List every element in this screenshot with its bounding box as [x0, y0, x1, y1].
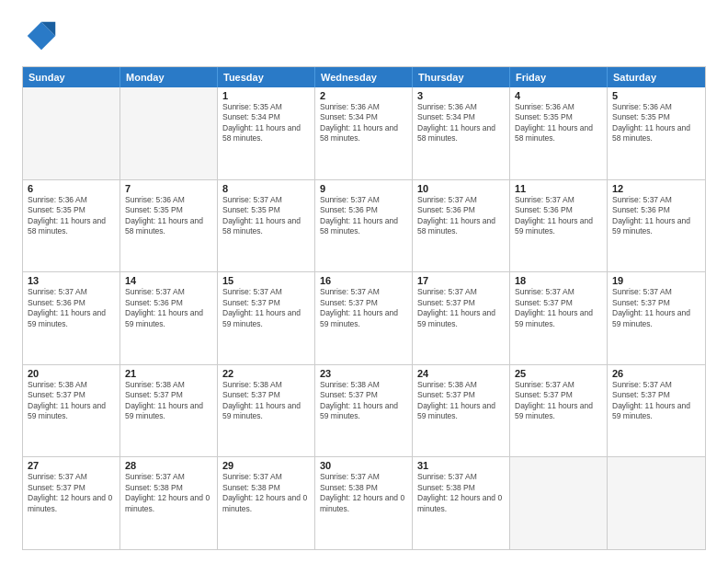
page: SundayMondayTuesdayWednesdayThursdayFrid…: [0, 0, 728, 563]
calendar-day-16: 16Sunrise: 5:37 AM Sunset: 5:37 PM Dayli…: [315, 272, 413, 364]
day-number: 1: [222, 90, 310, 101]
day-number: 10: [417, 183, 505, 194]
calendar-day-31: 31Sunrise: 5:37 AM Sunset: 5:38 PM Dayli…: [413, 457, 510, 549]
day-number: 20: [28, 368, 115, 379]
day-detail: Sunrise: 5:38 AM Sunset: 5:37 PM Dayligh…: [28, 380, 115, 422]
calendar-day-15: 15Sunrise: 5:37 AM Sunset: 5:37 PM Dayli…: [218, 272, 315, 364]
calendar-day-21: 21Sunrise: 5:38 AM Sunset: 5:37 PM Dayli…: [120, 365, 218, 457]
calendar-day-26: 26Sunrise: 5:37 AM Sunset: 5:37 PM Dayli…: [608, 365, 705, 457]
day-detail: Sunrise: 5:38 AM Sunset: 5:37 PM Dayligh…: [125, 380, 212, 422]
day-detail: Sunrise: 5:36 AM Sunset: 5:34 PM Dayligh…: [320, 102, 407, 144]
day-detail: Sunrise: 5:37 AM Sunset: 5:36 PM Dayligh…: [612, 195, 700, 237]
calendar-day-8: 8Sunrise: 5:37 AM Sunset: 5:35 PM Daylig…: [218, 180, 315, 272]
day-detail: Sunrise: 5:36 AM Sunset: 5:35 PM Dayligh…: [125, 195, 212, 237]
day-detail: Sunrise: 5:36 AM Sunset: 5:35 PM Dayligh…: [515, 102, 602, 144]
calendar-day-9: 9Sunrise: 5:37 AM Sunset: 5:36 PM Daylig…: [315, 180, 413, 272]
weekday-header-saturday: Saturday: [608, 67, 705, 87]
calendar-body: 1Sunrise: 5:35 AM Sunset: 5:34 PM Daylig…: [23, 87, 705, 549]
calendar-day-27: 27Sunrise: 5:37 AM Sunset: 5:37 PM Dayli…: [23, 457, 120, 549]
day-number: 4: [515, 90, 602, 101]
calendar-day-11: 11Sunrise: 5:37 AM Sunset: 5:36 PM Dayli…: [510, 180, 608, 272]
day-detail: Sunrise: 5:37 AM Sunset: 5:36 PM Dayligh…: [125, 287, 212, 329]
calendar-day-12: 12Sunrise: 5:37 AM Sunset: 5:36 PM Dayli…: [608, 180, 705, 272]
calendar-day-empty: [23, 87, 120, 179]
day-number: 8: [222, 183, 310, 194]
calendar-day-5: 5Sunrise: 5:36 AM Sunset: 5:35 PM Daylig…: [608, 87, 705, 179]
day-detail: Sunrise: 5:37 AM Sunset: 5:37 PM Dayligh…: [515, 380, 602, 422]
weekday-header-wednesday: Wednesday: [315, 67, 413, 87]
calendar-day-empty: [510, 457, 608, 549]
calendar-day-30: 30Sunrise: 5:37 AM Sunset: 5:38 PM Dayli…: [315, 457, 413, 549]
calendar-day-7: 7Sunrise: 5:36 AM Sunset: 5:35 PM Daylig…: [120, 180, 218, 272]
day-number: 13: [28, 275, 115, 286]
calendar-day-4: 4Sunrise: 5:36 AM Sunset: 5:35 PM Daylig…: [510, 87, 608, 179]
calendar-day-29: 29Sunrise: 5:37 AM Sunset: 5:38 PM Dayli…: [218, 457, 315, 549]
day-number: 25: [515, 368, 602, 379]
day-detail: Sunrise: 5:37 AM Sunset: 5:36 PM Dayligh…: [417, 195, 505, 237]
calendar-week-1: 1Sunrise: 5:35 AM Sunset: 5:34 PM Daylig…: [23, 87, 705, 179]
calendar-day-2: 2Sunrise: 5:36 AM Sunset: 5:34 PM Daylig…: [315, 87, 413, 179]
calendar-week-3: 13Sunrise: 5:37 AM Sunset: 5:36 PM Dayli…: [23, 271, 705, 364]
day-detail: Sunrise: 5:37 AM Sunset: 5:38 PM Dayligh…: [125, 472, 212, 514]
calendar-day-1: 1Sunrise: 5:35 AM Sunset: 5:34 PM Daylig…: [218, 87, 315, 179]
day-number: 12: [612, 183, 700, 194]
calendar-day-empty: [120, 87, 218, 179]
weekday-header-friday: Friday: [510, 67, 608, 87]
day-detail: Sunrise: 5:37 AM Sunset: 5:37 PM Dayligh…: [515, 287, 602, 329]
day-detail: Sunrise: 5:38 AM Sunset: 5:37 PM Dayligh…: [222, 380, 310, 422]
day-number: 3: [417, 90, 505, 101]
calendar-day-13: 13Sunrise: 5:37 AM Sunset: 5:36 PM Dayli…: [23, 272, 120, 364]
calendar-day-3: 3Sunrise: 5:36 AM Sunset: 5:34 PM Daylig…: [413, 87, 510, 179]
day-detail: Sunrise: 5:37 AM Sunset: 5:36 PM Dayligh…: [320, 195, 407, 237]
day-number: 30: [320, 460, 407, 471]
calendar-day-28: 28Sunrise: 5:37 AM Sunset: 5:38 PM Dayli…: [120, 457, 218, 549]
weekday-header-sunday: Sunday: [23, 67, 120, 87]
day-number: 11: [515, 183, 602, 194]
day-detail: Sunrise: 5:37 AM Sunset: 5:35 PM Dayligh…: [222, 195, 310, 237]
day-detail: Sunrise: 5:36 AM Sunset: 5:35 PM Dayligh…: [612, 102, 700, 144]
calendar-day-19: 19Sunrise: 5:37 AM Sunset: 5:37 PM Dayli…: [608, 272, 705, 364]
day-detail: Sunrise: 5:37 AM Sunset: 5:37 PM Dayligh…: [417, 287, 505, 329]
calendar-week-5: 27Sunrise: 5:37 AM Sunset: 5:37 PM Dayli…: [23, 456, 705, 549]
calendar-day-empty: [608, 457, 705, 549]
day-number: 27: [28, 460, 115, 471]
calendar-day-22: 22Sunrise: 5:38 AM Sunset: 5:37 PM Dayli…: [218, 365, 315, 457]
day-number: 31: [417, 460, 505, 471]
day-number: 9: [320, 183, 407, 194]
day-detail: Sunrise: 5:37 AM Sunset: 5:36 PM Dayligh…: [28, 287, 115, 329]
day-detail: Sunrise: 5:37 AM Sunset: 5:38 PM Dayligh…: [320, 472, 407, 514]
day-number: 16: [320, 275, 407, 286]
calendar-day-6: 6Sunrise: 5:36 AM Sunset: 5:35 PM Daylig…: [23, 180, 120, 272]
day-detail: Sunrise: 5:37 AM Sunset: 5:38 PM Dayligh…: [417, 472, 505, 514]
day-number: 18: [515, 275, 602, 286]
day-number: 21: [125, 368, 212, 379]
day-number: 2: [320, 90, 407, 101]
day-detail: Sunrise: 5:37 AM Sunset: 5:37 PM Dayligh…: [222, 287, 310, 329]
day-detail: Sunrise: 5:36 AM Sunset: 5:35 PM Dayligh…: [28, 195, 115, 237]
logo: [22, 18, 61, 57]
day-number: 19: [612, 275, 700, 286]
day-detail: Sunrise: 5:38 AM Sunset: 5:37 PM Dayligh…: [320, 380, 407, 422]
calendar-day-14: 14Sunrise: 5:37 AM Sunset: 5:36 PM Dayli…: [120, 272, 218, 364]
logo-icon: [22, 18, 61, 57]
header: [22, 18, 706, 57]
day-detail: Sunrise: 5:37 AM Sunset: 5:37 PM Dayligh…: [320, 287, 407, 329]
day-number: 15: [222, 275, 310, 286]
day-number: 23: [320, 368, 407, 379]
day-number: 22: [222, 368, 310, 379]
day-detail: Sunrise: 5:37 AM Sunset: 5:38 PM Dayligh…: [222, 472, 310, 514]
day-detail: Sunrise: 5:37 AM Sunset: 5:37 PM Dayligh…: [612, 287, 700, 329]
day-number: 28: [125, 460, 212, 471]
weekday-header-monday: Monday: [120, 67, 218, 87]
day-number: 6: [28, 183, 115, 194]
day-detail: Sunrise: 5:38 AM Sunset: 5:37 PM Dayligh…: [417, 380, 505, 422]
day-detail: Sunrise: 5:37 AM Sunset: 5:36 PM Dayligh…: [515, 195, 602, 237]
calendar-day-25: 25Sunrise: 5:37 AM Sunset: 5:37 PM Dayli…: [510, 365, 608, 457]
calendar-day-17: 17Sunrise: 5:37 AM Sunset: 5:37 PM Dayli…: [413, 272, 510, 364]
day-number: 5: [612, 90, 700, 101]
day-number: 24: [417, 368, 505, 379]
weekday-header-tuesday: Tuesday: [218, 67, 315, 87]
calendar-day-24: 24Sunrise: 5:38 AM Sunset: 5:37 PM Dayli…: [413, 365, 510, 457]
day-number: 14: [125, 275, 212, 286]
day-number: 26: [612, 368, 700, 379]
